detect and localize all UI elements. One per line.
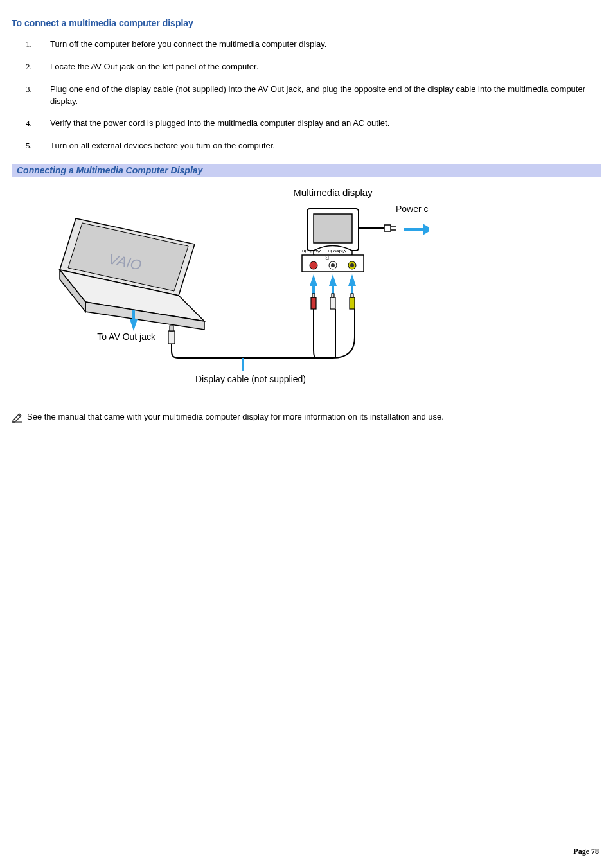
- label-r: R: [325, 255, 329, 261]
- svg-rect-3: [384, 225, 391, 231]
- label-video-in: Video in: [328, 249, 346, 254]
- note: See the manual that came with your multi…: [12, 412, 601, 425]
- svg-point-6: [310, 261, 317, 269]
- laptop-icon: VAIO: [60, 218, 204, 330]
- section-bar: Connecting a Multimedia Computer Display: [12, 164, 601, 177]
- av-plug-icon: [168, 326, 175, 344]
- svg-marker-12: [329, 274, 337, 296]
- label-power-cord: Power cord: [396, 204, 429, 214]
- page-number: Page 78: [573, 847, 599, 856]
- steps-list: Turn off the computer before you connect…: [12, 39, 601, 152]
- label-audio-in: Audio in: [302, 249, 321, 254]
- step-item: Turn on all external devices before you …: [42, 140, 601, 152]
- svg-rect-18: [350, 297, 355, 309]
- rca-jacks: [310, 261, 356, 269]
- svg-rect-27: [168, 331, 175, 344]
- pen-icon: [12, 412, 23, 425]
- svg-rect-17: [332, 294, 334, 297]
- plug-icon: [384, 225, 396, 231]
- label-display-cable: Display cable (not supplied): [195, 374, 306, 384]
- diagram-figure: Multimedia display Power cord Audio in: [12, 183, 601, 395]
- svg-rect-1: [314, 214, 352, 243]
- step-item: Plug one end of the display cable (not s…: [42, 84, 601, 108]
- svg-rect-14: [311, 297, 316, 309]
- label-av-out: To AV Out jack: [97, 332, 156, 342]
- step-item: Verify that the power cord is plugged in…: [42, 118, 601, 130]
- note-text: See the manual that came with your multi…: [27, 412, 444, 421]
- power-arrow-icon: [404, 224, 429, 235]
- svg-rect-15: [312, 294, 315, 297]
- svg-rect-19: [351, 294, 353, 297]
- svg-marker-11: [310, 274, 317, 296]
- svg-point-8: [331, 263, 335, 267]
- svg-point-10: [350, 263, 354, 267]
- step-item: Turn off the computer before you connect…: [42, 39, 601, 51]
- cable-direction-arrows: [310, 274, 356, 296]
- svg-rect-28: [170, 326, 173, 331]
- step-item: Locate the AV Out jack on the left panel…: [42, 61, 601, 73]
- svg-marker-13: [348, 274, 356, 296]
- svg-rect-16: [330, 297, 335, 309]
- label-multimedia-display: Multimedia display: [293, 187, 373, 198]
- rca-plugs: [311, 294, 355, 309]
- page-heading: To connect a multimedia computer display: [12, 18, 601, 28]
